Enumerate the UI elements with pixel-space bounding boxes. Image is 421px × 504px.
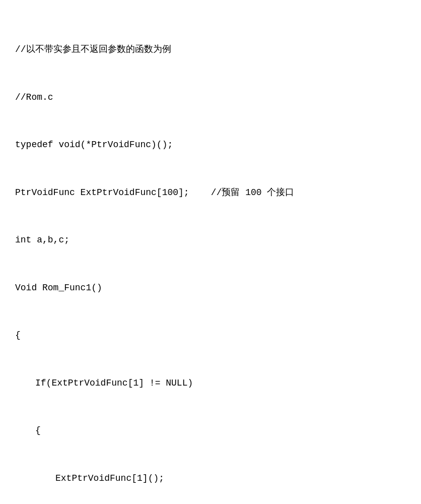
code-line-2: //Rom.c <box>15 90 406 106</box>
code-line-7: { <box>15 328 406 344</box>
code-line-5: int a,b,c; <box>15 232 406 248</box>
code-line-3: typedef void(*PtrVoidFunc)(); <box>15 137 406 153</box>
code-line-8: If(ExtPtrVoidFunc[1] != NULL) <box>15 375 406 392</box>
code-line-9: { <box>15 423 406 439</box>
code-line-6: Void Rom_Func1() <box>15 280 406 296</box>
code-line-10: ExtPtrVoidFunc[1](); <box>15 471 406 487</box>
code-line-4: PtrVoidFunc ExtPtrVoidFunc[100]; //预留 10… <box>15 185 406 201</box>
code-line-1: //以不带实参且不返回参数的函数为例 <box>15 42 406 58</box>
code-block: //以不带实参且不返回参数的函数为例 //Rom.c typedef void(… <box>15 10 406 504</box>
